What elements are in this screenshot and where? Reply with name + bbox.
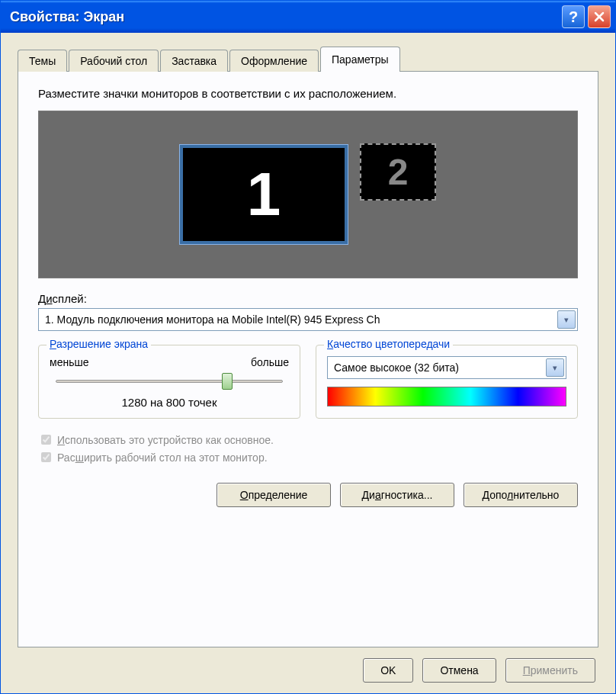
- checkbox-group: Использовать это устройство как основное…: [38, 429, 578, 467]
- help-button[interactable]: ?: [562, 5, 585, 28]
- ok-button[interactable]: OK: [363, 658, 413, 683]
- instruction-text: Разместите значки мониторов в соответств…: [38, 87, 578, 100]
- slider-track: [56, 380, 283, 383]
- color-spectrum-bar: [327, 387, 566, 406]
- tab-settings[interactable]: Параметры: [320, 47, 400, 72]
- display-field: Дисплей: 1. Модуль подключения монитора …: [38, 292, 578, 331]
- resolution-slider[interactable]: [50, 373, 289, 390]
- resolution-legend: Разрешение экрана: [47, 338, 151, 350]
- primary-checkbox-input: [41, 435, 51, 445]
- extend-desktop-checkbox: Расширить рабочий стол на этот монитор.: [38, 450, 578, 464]
- tab-appearance[interactable]: Оформление: [229, 50, 319, 72]
- monitor-arrangement-area[interactable]: 1 2: [38, 111, 578, 278]
- display-selected: 1. Модуль подключения монитора на Mobile…: [39, 313, 556, 326]
- slider-more-label: больше: [251, 356, 289, 368]
- advanced-button[interactable]: Дополнительно: [464, 483, 578, 507]
- inner-button-row: Определение Диагностика... Дополнительно: [38, 483, 578, 507]
- titlebar[interactable]: Свойства: Экран ?: [1, 1, 615, 33]
- window-title: Свойства: Экран: [10, 9, 559, 25]
- use-as-primary-checkbox: Использовать это устройство как основное…: [38, 432, 578, 447]
- tabstrip: Темы Рабочий стол Заставка Оформление Па…: [18, 47, 598, 72]
- color-quality-legend: Качество цветопередачи: [324, 338, 453, 350]
- troubleshoot-button[interactable]: Диагностика...: [340, 483, 454, 507]
- window: Свойства: Экран ? Темы Рабочий стол Заст…: [0, 0, 616, 694]
- resolution-group: Разрешение экрана меньше больше 1280 на …: [38, 345, 300, 419]
- extend-checkbox-input: [41, 452, 51, 462]
- monitor-primary[interactable]: 1: [180, 145, 348, 244]
- display-dropdown[interactable]: 1. Модуль подключения монитора на Mobile…: [38, 308, 578, 331]
- settings-columns: Разрешение экрана меньше больше 1280 на …: [38, 345, 578, 419]
- chevron-down-icon[interactable]: ▾: [557, 310, 576, 329]
- identify-button[interactable]: Определение: [217, 483, 331, 507]
- tab-screensaver[interactable]: Заставка: [160, 50, 228, 72]
- tab-themes[interactable]: Темы: [18, 50, 67, 72]
- cancel-button[interactable]: Отмена: [422, 658, 496, 683]
- display-label: Дисплей:: [38, 292, 578, 305]
- dialog-button-row: OK Отмена Применить: [18, 647, 598, 683]
- color-quality-selected: Самое высокое (32 бита): [328, 361, 544, 374]
- monitor-secondary[interactable]: 2: [360, 143, 436, 201]
- client-area: Темы Рабочий стол Заставка Оформление Па…: [1, 33, 615, 693]
- close-button[interactable]: [588, 5, 611, 28]
- apply-button: Применить: [505, 658, 595, 683]
- slider-labels: меньше больше: [50, 356, 289, 368]
- slider-less-label: меньше: [50, 356, 88, 368]
- tab-page: Разместите значки мониторов в соответств…: [18, 71, 598, 647]
- resolution-value: 1280 на 800 точек: [50, 396, 289, 409]
- color-quality-group: Качество цветопередачи Самое высокое (32…: [316, 345, 578, 419]
- close-icon: [594, 11, 605, 22]
- slider-thumb[interactable]: [222, 373, 233, 390]
- tab-desktop[interactable]: Рабочий стол: [69, 50, 159, 72]
- color-quality-dropdown[interactable]: Самое высокое (32 бита) ▾: [327, 356, 566, 379]
- chevron-down-icon[interactable]: ▾: [546, 358, 564, 377]
